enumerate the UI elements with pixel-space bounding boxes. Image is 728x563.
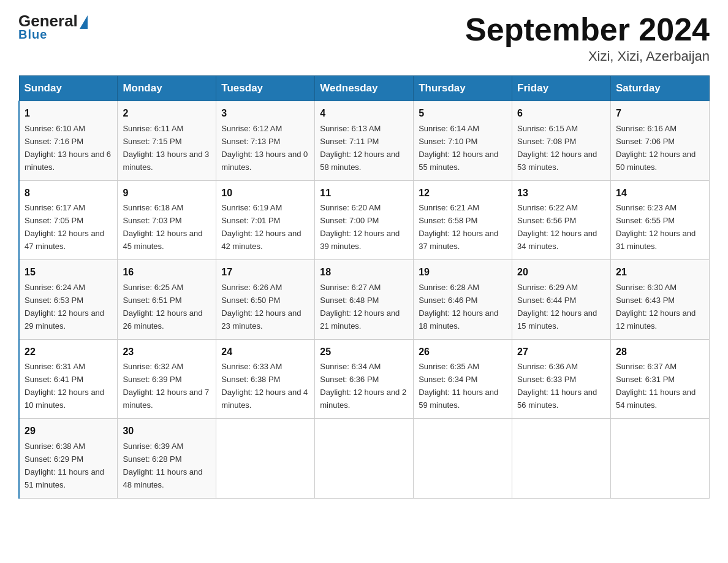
calendar-cell: 25 Sunrise: 6:34 AM Sunset: 6:36 PM Dayl…: [315, 339, 414, 418]
daylight-info: Daylight: 12 hours and 34 minutes.: [517, 229, 597, 251]
col-saturday: Saturday: [611, 76, 710, 101]
calendar-cell: 23 Sunrise: 6:32 AM Sunset: 6:39 PM Dayl…: [118, 339, 216, 418]
calendar-cell: 20 Sunrise: 6:29 AM Sunset: 6:44 PM Dayl…: [512, 260, 611, 339]
calendar-week-4: 22 Sunrise: 6:31 AM Sunset: 6:41 PM Dayl…: [19, 339, 710, 418]
sunrise-info: Sunrise: 6:20 AM: [320, 203, 381, 212]
day-number: 25: [320, 345, 408, 360]
sunrise-info: Sunrise: 6:15 AM: [517, 124, 578, 133]
calendar-cell: 18 Sunrise: 6:27 AM Sunset: 6:48 PM Dayl…: [315, 260, 414, 339]
sunset-info: Sunset: 6:56 PM: [517, 216, 576, 225]
calendar-cell: 14 Sunrise: 6:23 AM Sunset: 6:55 PM Dayl…: [611, 180, 710, 259]
day-number: 15: [25, 265, 112, 280]
sunrise-info: Sunrise: 6:38 AM: [25, 442, 85, 451]
sunrise-info: Sunrise: 6:22 AM: [517, 203, 578, 212]
calendar-cell: 8 Sunrise: 6:17 AM Sunset: 7:05 PM Dayli…: [19, 180, 118, 259]
day-number: 2: [123, 106, 211, 121]
calendar-cell: 16 Sunrise: 6:25 AM Sunset: 6:51 PM Dayl…: [118, 260, 216, 339]
day-number: 27: [517, 345, 605, 360]
header-row: Sunday Monday Tuesday Wednesday Thursday…: [19, 76, 710, 101]
daylight-info: Daylight: 12 hours and 55 minutes.: [419, 150, 498, 172]
sunrise-info: Sunrise: 6:37 AM: [616, 362, 677, 371]
sunset-info: Sunset: 6:58 PM: [419, 216, 477, 225]
daylight-info: Daylight: 12 hours and 2 minutes.: [320, 388, 406, 410]
daylight-info: Daylight: 12 hours and 18 minutes.: [419, 308, 498, 331]
sunset-info: Sunset: 7:05 PM: [25, 216, 83, 225]
sunrise-info: Sunrise: 6:11 AM: [123, 124, 183, 133]
sunrise-info: Sunrise: 6:35 AM: [419, 362, 479, 371]
day-number: 7: [616, 106, 704, 121]
day-number: 13: [517, 186, 605, 201]
calendar-cell: [414, 419, 512, 498]
calendar-cell: [216, 419, 315, 498]
day-number: 19: [419, 265, 507, 280]
day-number: 1: [25, 106, 112, 121]
col-tuesday: Tuesday: [216, 76, 315, 101]
calendar-body: 1 Sunrise: 6:10 AM Sunset: 7:16 PM Dayli…: [19, 101, 710, 498]
sunset-info: Sunset: 7:06 PM: [616, 137, 675, 146]
daylight-info: Daylight: 12 hours and 10 minutes.: [25, 388, 104, 410]
calendar-cell: 3 Sunrise: 6:12 AM Sunset: 7:13 PM Dayli…: [216, 101, 315, 180]
day-number: 29: [25, 424, 112, 439]
daylight-info: Daylight: 11 hours and 54 minutes.: [616, 388, 696, 410]
calendar-cell: 26 Sunrise: 6:35 AM Sunset: 6:34 PM Dayl…: [414, 339, 512, 418]
calendar-cell: 28 Sunrise: 6:37 AM Sunset: 6:31 PM Dayl…: [611, 339, 710, 418]
sunrise-info: Sunrise: 6:30 AM: [616, 283, 677, 292]
sunset-info: Sunset: 7:00 PM: [320, 216, 379, 225]
daylight-info: Daylight: 13 hours and 6 minutes.: [25, 150, 111, 172]
sunrise-info: Sunrise: 6:17 AM: [25, 203, 85, 212]
sunset-info: Sunset: 6:51 PM: [123, 296, 181, 305]
calendar-cell: 4 Sunrise: 6:13 AM Sunset: 7:11 PM Dayli…: [315, 101, 414, 180]
calendar-cell: 10 Sunrise: 6:19 AM Sunset: 7:01 PM Dayl…: [216, 180, 315, 259]
calendar-cell: 17 Sunrise: 6:26 AM Sunset: 6:50 PM Dayl…: [216, 260, 315, 339]
calendar-cell: 30 Sunrise: 6:39 AM Sunset: 6:28 PM Dayl…: [118, 419, 216, 498]
day-number: 16: [123, 265, 211, 280]
day-number: 20: [517, 265, 605, 280]
sunset-info: Sunset: 6:31 PM: [616, 375, 675, 384]
sunset-info: Sunset: 6:36 PM: [320, 375, 379, 384]
sunset-info: Sunset: 6:38 PM: [221, 375, 280, 384]
sunset-info: Sunset: 6:43 PM: [616, 296, 675, 305]
calendar-table: Sunday Monday Tuesday Wednesday Thursday…: [18, 75, 710, 498]
calendar-week-3: 15 Sunrise: 6:24 AM Sunset: 6:53 PM Dayl…: [19, 260, 710, 339]
sunset-info: Sunset: 6:55 PM: [616, 216, 675, 225]
calendar-cell: 5 Sunrise: 6:14 AM Sunset: 7:10 PM Dayli…: [414, 101, 512, 180]
daylight-info: Daylight: 12 hours and 7 minutes.: [123, 388, 209, 410]
day-number: 11: [320, 186, 408, 201]
calendar-cell: [611, 419, 710, 498]
sunset-info: Sunset: 6:50 PM: [221, 296, 280, 305]
day-number: 17: [221, 265, 309, 280]
daylight-info: Daylight: 13 hours and 0 minutes.: [221, 150, 308, 172]
calendar-week-1: 1 Sunrise: 6:10 AM Sunset: 7:16 PM Dayli…: [19, 101, 710, 180]
calendar-week-5: 29 Sunrise: 6:38 AM Sunset: 6:29 PM Dayl…: [19, 419, 710, 498]
sunrise-info: Sunrise: 6:10 AM: [25, 124, 85, 133]
sunrise-info: Sunrise: 6:14 AM: [419, 124, 479, 133]
day-number: 9: [123, 186, 211, 201]
sunset-info: Sunset: 7:16 PM: [25, 137, 83, 146]
sunset-info: Sunset: 6:53 PM: [25, 296, 83, 305]
sunrise-info: Sunrise: 6:29 AM: [517, 283, 578, 292]
logo: General Blue: [18, 12, 88, 42]
sunrise-info: Sunrise: 6:24 AM: [25, 283, 85, 292]
sunrise-info: Sunrise: 6:18 AM: [123, 203, 183, 212]
daylight-info: Daylight: 11 hours and 59 minutes.: [419, 388, 498, 410]
day-number: 12: [419, 186, 507, 201]
sunrise-info: Sunrise: 6:36 AM: [517, 362, 578, 371]
calendar-cell: 15 Sunrise: 6:24 AM Sunset: 6:53 PM Dayl…: [19, 260, 118, 339]
sunrise-info: Sunrise: 6:39 AM: [123, 442, 183, 451]
col-monday: Monday: [118, 76, 216, 101]
calendar-cell: 2 Sunrise: 6:11 AM Sunset: 7:15 PM Dayli…: [118, 101, 216, 180]
day-number: 24: [221, 345, 309, 360]
daylight-info: Daylight: 11 hours and 56 minutes.: [517, 388, 597, 410]
sunset-info: Sunset: 7:10 PM: [419, 137, 477, 146]
calendar-cell: [315, 419, 414, 498]
sunrise-info: Sunrise: 6:21 AM: [419, 203, 479, 212]
calendar-cell: 13 Sunrise: 6:22 AM Sunset: 6:56 PM Dayl…: [512, 180, 611, 259]
col-wednesday: Wednesday: [315, 76, 414, 101]
sunset-info: Sunset: 6:41 PM: [25, 375, 83, 384]
daylight-info: Daylight: 12 hours and 45 minutes.: [123, 229, 202, 251]
title-area: September 2024 Xizi, Xizi, Azerbaijan: [465, 12, 710, 64]
sunset-info: Sunset: 7:01 PM: [221, 216, 280, 225]
calendar-cell: 29 Sunrise: 6:38 AM Sunset: 6:29 PM Dayl…: [19, 419, 118, 498]
calendar-cell: 1 Sunrise: 6:10 AM Sunset: 7:16 PM Dayli…: [19, 101, 118, 180]
sunset-info: Sunset: 7:11 PM: [320, 137, 379, 146]
